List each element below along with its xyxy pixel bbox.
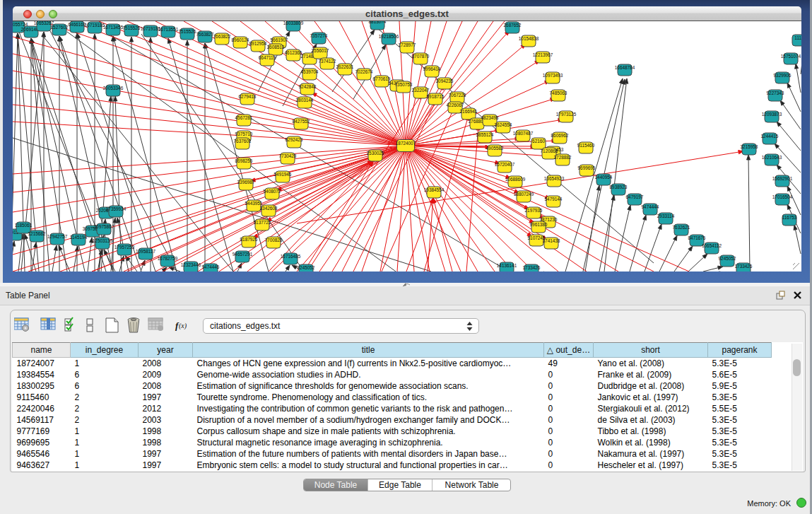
svg-text:1527602: 1527602 xyxy=(51,25,69,30)
svg-text:4905582: 4905582 xyxy=(486,146,504,151)
svg-text:3624554: 3624554 xyxy=(495,122,512,127)
svg-text:7485063: 7485063 xyxy=(550,90,567,95)
svg-text:10973493: 10973493 xyxy=(543,73,563,78)
svg-text:19218506: 19218506 xyxy=(379,34,399,39)
svg-text:3741438: 3741438 xyxy=(543,238,560,243)
svg-text:9227343: 9227343 xyxy=(767,90,784,95)
svg-text:5443951: 5443951 xyxy=(245,201,263,206)
svg-text:2687652: 2687652 xyxy=(504,23,522,28)
svg-text:62160: 62160 xyxy=(532,139,545,144)
svg-text:(x): (x) xyxy=(179,322,187,330)
svg-text:10958117: 10958117 xyxy=(136,249,155,254)
svg-text:19384554: 19384554 xyxy=(424,187,445,192)
svg-text:2803144: 2803144 xyxy=(296,98,314,103)
svg-text:14136141: 14136141 xyxy=(497,263,517,268)
svg-text:1215682: 1215682 xyxy=(28,231,46,236)
svg-text:2622631: 2622631 xyxy=(336,64,354,69)
svg-text:18807249: 18807249 xyxy=(514,192,534,197)
svg-text:12503135: 12503135 xyxy=(93,238,113,243)
svg-text:4226067: 4226067 xyxy=(447,103,464,107)
svg-text:7357274: 7357274 xyxy=(310,33,328,38)
svg-text:5408072: 5408072 xyxy=(264,189,281,194)
svg-text:3094235: 3094235 xyxy=(436,78,454,83)
svg-text:6466160: 6466160 xyxy=(69,22,86,27)
svg-text:5479144: 5479144 xyxy=(545,197,563,201)
svg-text:30975867: 30975867 xyxy=(94,224,114,229)
svg-text:20053346: 20053346 xyxy=(103,86,124,90)
svg-text:1145194: 1145194 xyxy=(70,235,88,240)
svg-text:7663827: 7663827 xyxy=(196,32,214,37)
svg-text:16713551: 16713551 xyxy=(158,27,179,32)
svg-text:7374122: 7374122 xyxy=(319,59,336,64)
svg-text:15692901: 15692901 xyxy=(772,176,793,181)
svg-text:8938923: 8938923 xyxy=(610,185,628,189)
svg-text:2197935: 2197935 xyxy=(525,208,543,213)
svg-text:8471676: 8471676 xyxy=(688,235,706,240)
svg-text:7730428: 7730428 xyxy=(279,153,297,158)
svg-text:2322047: 2322047 xyxy=(412,88,430,93)
svg-text:18724007: 18724007 xyxy=(396,141,416,146)
svg-text:7515526: 7515526 xyxy=(123,25,141,30)
svg-text:17016504: 17016504 xyxy=(772,194,793,199)
svg-text:12942757: 12942757 xyxy=(47,234,68,239)
svg-text:2556017: 2556017 xyxy=(312,48,329,53)
svg-text:13654923: 13654923 xyxy=(544,176,565,181)
svg-text:9961380: 9961380 xyxy=(530,222,548,227)
svg-text:15716485: 15716485 xyxy=(281,254,301,259)
svg-text:16648784: 16648784 xyxy=(615,65,635,70)
svg-text:6292423: 6292423 xyxy=(286,137,303,142)
svg-text:7022674: 7022674 xyxy=(355,69,373,74)
svg-text:8187926: 8187926 xyxy=(240,237,258,242)
svg-text:9245052: 9245052 xyxy=(719,256,736,261)
svg-text:4567281: 4567281 xyxy=(235,115,253,120)
svg-text:4539704: 4539704 xyxy=(301,69,319,74)
svg-text:10807487: 10807487 xyxy=(513,131,534,136)
svg-text:7350753: 7350753 xyxy=(395,82,413,87)
svg-text:8960124: 8960124 xyxy=(232,37,249,42)
svg-text:1728977: 1728977 xyxy=(399,42,416,47)
svg-text:10654112: 10654112 xyxy=(702,243,722,248)
svg-text:1185061: 1185061 xyxy=(15,223,33,228)
svg-text:7515526: 7515526 xyxy=(179,29,196,34)
svg-text:9375710: 9375710 xyxy=(235,132,253,136)
svg-text:9474446: 9474446 xyxy=(202,264,220,269)
svg-text:15751074: 15751074 xyxy=(781,54,801,59)
svg-text:9115460: 9115460 xyxy=(577,143,595,148)
svg-text:9996414: 9996414 xyxy=(423,66,441,71)
svg-text:6279418: 6279418 xyxy=(239,94,257,99)
svg-text:3215958: 3215958 xyxy=(741,144,758,149)
svg-text:1244415: 1244415 xyxy=(761,134,779,139)
svg-text:8912954: 8912954 xyxy=(249,41,267,46)
svg-text:8606962: 8606962 xyxy=(551,133,569,138)
svg-text:3728882: 3728882 xyxy=(554,155,572,160)
svg-text:3608513: 3608513 xyxy=(267,45,285,49)
svg-text:5918715: 5918715 xyxy=(427,94,445,99)
svg-text:7632621: 7632621 xyxy=(673,225,690,230)
svg-text:7637601: 7637601 xyxy=(234,139,252,144)
svg-text:94657291: 94657291 xyxy=(233,252,253,257)
svg-text:12093873: 12093873 xyxy=(762,112,782,117)
svg-text:9474444: 9474444 xyxy=(642,204,659,209)
svg-text:8707870: 8707870 xyxy=(412,54,430,59)
svg-text:17973125: 17973125 xyxy=(556,112,577,117)
svg-text:6479197: 6479197 xyxy=(626,194,644,199)
svg-text:16782759: 16782759 xyxy=(158,256,178,261)
svg-text:5661907: 5661907 xyxy=(271,37,288,42)
svg-text:16713455: 16713455 xyxy=(103,25,124,30)
svg-text:9242848: 9242848 xyxy=(299,84,317,89)
svg-text:1112: 1112 xyxy=(794,35,801,40)
svg-text:5855124: 5855124 xyxy=(476,132,494,137)
svg-text:17957253: 17957253 xyxy=(114,245,135,250)
svg-text:5137722: 5137722 xyxy=(254,220,271,225)
svg-text:2530025: 2530025 xyxy=(367,151,384,156)
svg-text:10210643: 10210643 xyxy=(762,155,782,160)
svg-text:8698256: 8698256 xyxy=(235,158,253,163)
svg-text:1440954: 1440954 xyxy=(595,175,613,180)
svg-text:7120868: 7120868 xyxy=(541,148,558,153)
svg-text:7067228: 7067228 xyxy=(449,93,466,98)
svg-text:5491946: 5491946 xyxy=(274,172,292,177)
svg-text:3396987: 3396987 xyxy=(237,180,255,185)
svg-text:12213967: 12213967 xyxy=(533,52,553,57)
svg-text:9699695: 9699695 xyxy=(578,165,596,170)
svg-text:4612365: 4612365 xyxy=(285,50,302,55)
